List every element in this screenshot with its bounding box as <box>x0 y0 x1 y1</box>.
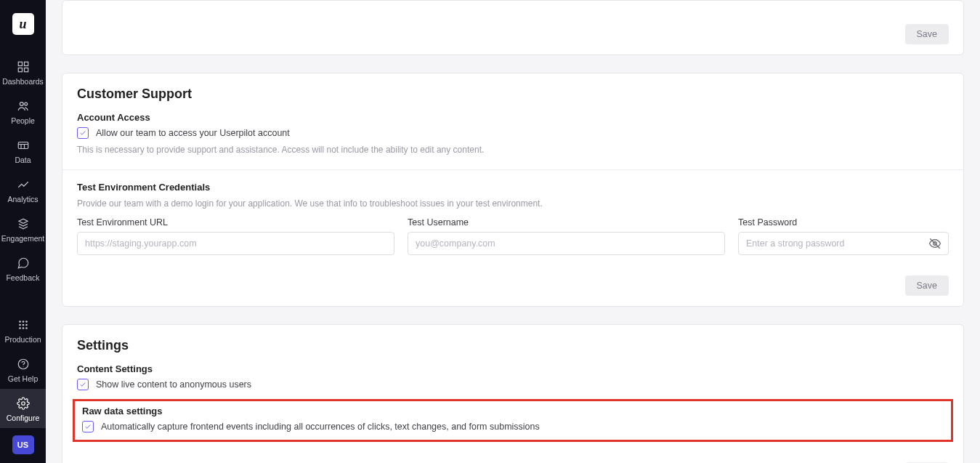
test-creds-subtext: Provide our team with a demo login for y… <box>77 197 949 210</box>
save-button[interactable]: Save <box>905 24 949 44</box>
sidebar-item-label: Data <box>15 156 31 164</box>
sidebar-item-production[interactable]: Production <box>0 310 46 350</box>
svg-point-14 <box>19 327 21 329</box>
sidebar-item-label: Dashboards <box>2 77 44 86</box>
sidebar-item-label: Get Help <box>8 374 38 383</box>
svg-point-9 <box>22 321 24 323</box>
field-label: Test Username <box>408 217 725 228</box>
sidebar-item-label: People <box>11 116 35 125</box>
test-creds-heading: Test Environment Credentials <box>77 182 949 193</box>
apps-icon <box>16 318 31 332</box>
svg-point-5 <box>24 102 27 105</box>
content-settings-heading: Content Settings <box>77 363 949 374</box>
sidebar-item-label: Analytics <box>7 195 38 204</box>
card-title: Settings <box>77 338 949 353</box>
main-content: Save Customer Support Account Access All… <box>46 0 980 463</box>
svg-point-13 <box>25 324 28 326</box>
raw-data-highlight: Raw data settings Automatically capture … <box>73 399 953 442</box>
sidebar-item-feedback[interactable]: Feedback <box>0 249 46 288</box>
nav-primary: Dashboards People Data Analytics Engagem <box>0 52 46 288</box>
logo: u <box>12 13 34 35</box>
creds-fields: Test Environment URL Test Username Test … <box>77 217 949 255</box>
visibility-off-icon[interactable] <box>928 237 941 250</box>
account-access-checkbox-row[interactable]: Allow our team to access your Userpilot … <box>77 127 949 139</box>
test-url-input[interactable] <box>77 232 394 255</box>
field-label: Test Password <box>738 217 949 228</box>
sidebar-item-people[interactable]: People <box>0 92 46 131</box>
svg-rect-2 <box>18 68 22 72</box>
test-password-input[interactable] <box>738 232 949 255</box>
svg-rect-3 <box>24 68 28 72</box>
region-badge[interactable]: US <box>12 435 34 454</box>
engagement-icon <box>16 217 31 231</box>
card-settings: Settings Content Settings Show live cont… <box>62 324 964 463</box>
sidebar-item-label: Configure <box>7 414 40 422</box>
svg-point-18 <box>23 366 23 367</box>
account-access-subtext: This is necessary to provide support and… <box>77 143 949 156</box>
dashboards-icon <box>16 60 31 74</box>
checkbox-label: Automatically capture frontend events in… <box>101 422 540 432</box>
data-icon <box>16 138 31 153</box>
svg-point-15 <box>22 327 24 329</box>
sidebar-item-dashboards[interactable]: Dashboards <box>0 52 46 92</box>
account-access-heading: Account Access <box>77 112 949 123</box>
help-icon <box>16 357 31 371</box>
checkbox-label: Show live content to anonymous users <box>96 379 251 390</box>
divider <box>62 169 963 170</box>
people-icon <box>16 99 31 113</box>
svg-rect-1 <box>24 62 28 65</box>
svg-rect-0 <box>18 62 22 65</box>
card-title: Customer Support <box>77 86 949 102</box>
field-test-url: Test Environment URL <box>77 217 394 255</box>
content-checkbox-row[interactable]: Show live content to anonymous users <box>77 379 949 390</box>
test-username-input[interactable] <box>408 232 725 255</box>
sidebar-item-data[interactable]: Data <box>0 131 46 170</box>
save-button[interactable]: Save <box>905 275 949 296</box>
svg-point-4 <box>20 102 23 106</box>
field-label: Test Environment URL <box>77 217 394 228</box>
sidebar-item-label: Engagement <box>1 234 45 243</box>
sidebar-item-gethelp[interactable]: Get Help <box>0 350 46 389</box>
nav-bottom: Production Get Help Configure US <box>0 310 46 463</box>
svg-point-11 <box>19 324 21 326</box>
sidebar: u Dashboards People Data Analytics <box>0 0 46 463</box>
svg-point-10 <box>25 321 28 323</box>
field-test-username: Test Username <box>408 217 725 255</box>
svg-point-19 <box>21 402 25 406</box>
field-test-password: Test Password <box>738 217 949 255</box>
sidebar-item-analytics[interactable]: Analytics <box>0 170 46 209</box>
checkbox-icon <box>77 379 89 390</box>
svg-marker-7 <box>19 219 28 223</box>
svg-rect-6 <box>18 142 28 149</box>
gear-icon <box>16 396 31 411</box>
card-customer-support: Customer Support Account Access Allow ou… <box>62 73 964 307</box>
checkbox-icon <box>77 127 89 139</box>
svg-point-16 <box>25 327 28 329</box>
sidebar-item-engagement[interactable]: Engagement <box>0 209 46 249</box>
checkbox-label: Allow our team to access your Userpilot … <box>96 128 290 138</box>
sidebar-item-configure[interactable]: Configure <box>0 389 46 428</box>
sidebar-item-label: Production <box>4 335 41 344</box>
card-previous: Save <box>62 0 964 55</box>
raw-data-heading: Raw data settings <box>82 406 944 416</box>
sidebar-item-label: Feedback <box>6 273 39 282</box>
checkbox-icon <box>82 421 94 432</box>
analytics-icon <box>16 177 31 192</box>
svg-point-8 <box>19 321 21 323</box>
raw-data-checkbox-row[interactable]: Automatically capture frontend events in… <box>82 421 944 432</box>
feedback-icon <box>16 256 31 270</box>
svg-point-12 <box>22 324 24 326</box>
